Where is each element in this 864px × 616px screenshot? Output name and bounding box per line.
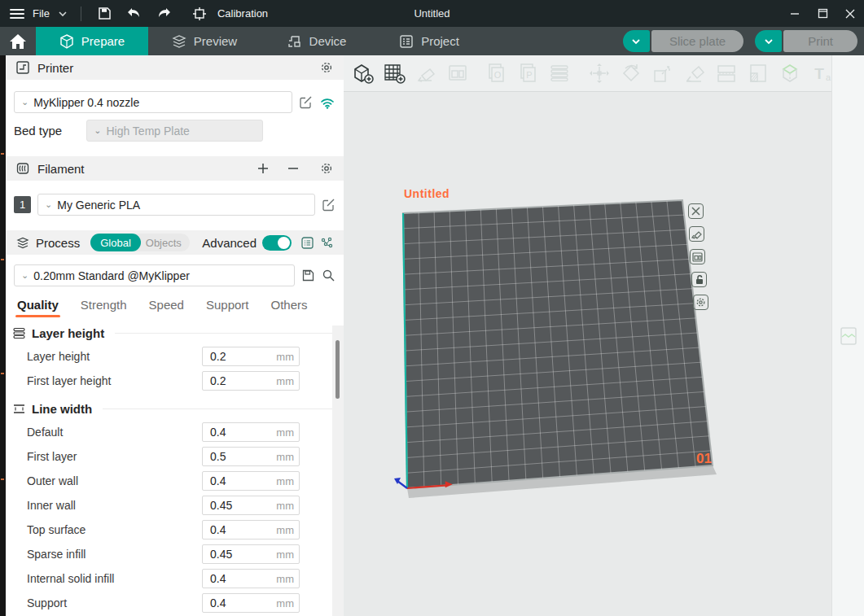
printer-icon <box>15 60 30 75</box>
paste-icon[interactable]: P <box>515 61 540 85</box>
redo-icon[interactable] <box>153 6 175 21</box>
arrange-icon[interactable] <box>445 61 470 85</box>
setting-row: Sparse infill 0.45mm <box>6 542 344 566</box>
chevron-down-icon: ⌄ <box>21 97 29 107</box>
layers-icon[interactable] <box>547 61 572 85</box>
plate-settings-icon[interactable] <box>693 295 708 310</box>
edit-printer-icon[interactable] <box>299 95 313 109</box>
process-section-header: Process Global Objects Advanced <box>6 230 344 255</box>
scope-objects[interactable]: Objects <box>141 237 190 249</box>
tab-project[interactable]: Project <box>373 27 485 55</box>
remove-filament-icon[interactable] <box>287 163 299 174</box>
advanced-toggle[interactable] <box>262 235 292 251</box>
viewport-3d[interactable]: O P Ta Untitled 01 <box>344 55 864 616</box>
save-icon[interactable] <box>94 5 115 22</box>
sparse-infill-line-width-input[interactable]: 0.45mm <box>202 544 300 564</box>
add-object-icon[interactable] <box>350 61 375 85</box>
minimize-button[interactable] <box>781 0 809 27</box>
scrollbar-thumb[interactable] <box>336 340 340 399</box>
layer-height-input[interactable]: 0.2mm <box>202 347 300 366</box>
print-dropdown-icon[interactable] <box>755 30 782 52</box>
menu-icon[interactable] <box>10 9 24 19</box>
slice-plate-button[interactable]: Slice plate <box>623 30 743 52</box>
setting-row: Top surface 0.4mm <box>6 518 344 542</box>
tab-preview[interactable]: Preview <box>148 27 261 55</box>
main-tabbar: Prepare Preview Device Project Slice pla… <box>0 27 864 55</box>
save-preset-icon[interactable] <box>301 269 315 282</box>
outer-wall-line-width-input[interactable]: 0.4mm <box>202 471 300 491</box>
setting-row: First layer height 0.2mm <box>6 369 344 393</box>
printer-preset-select[interactable]: ⌄ MyKlipper 0.4 nozzle <box>14 91 292 113</box>
tab-prepare[interactable]: Prepare <box>36 27 148 55</box>
copy-icon[interactable]: O <box>484 61 508 85</box>
svg-text:P: P <box>526 70 532 80</box>
printer-title: Printer <box>37 61 73 75</box>
first-layer-height-input[interactable]: 0.2mm <box>202 371 300 391</box>
project-icon <box>399 34 414 49</box>
variable-layer-height-icon[interactable] <box>746 61 770 85</box>
svg-text:T: T <box>814 65 824 82</box>
tab-speed[interactable]: Speed <box>149 298 184 317</box>
sidebar-scrollbar[interactable] <box>332 325 344 616</box>
first-layer-line-width-input[interactable]: 0.5mm <box>202 447 300 466</box>
add-plate-icon[interactable] <box>382 61 406 85</box>
chevron-down-icon[interactable] <box>58 11 68 17</box>
scale-tool-icon[interactable] <box>651 61 675 85</box>
inner-wall-line-width-input[interactable]: 0.45mm <box>202 496 300 515</box>
bed-type-select[interactable]: ⌄ High Temp Plate <box>86 120 263 142</box>
viewport-toolbar: O P Ta <box>344 55 864 92</box>
build-plate[interactable] <box>344 55 864 616</box>
support-line-width-input[interactable]: 0.4mm <box>202 593 300 613</box>
filament-preset-select[interactable]: ⌄ My Generic PLA <box>37 194 315 216</box>
search-preset-icon[interactable] <box>322 269 336 282</box>
arrange-plate-icon[interactable] <box>690 249 705 264</box>
default-line-width-input[interactable]: 0.4mm <box>202 422 300 442</box>
printer-settings-icon[interactable] <box>319 60 334 75</box>
calibration-label[interactable]: Calibration <box>217 7 268 20</box>
process-scope-toggle[interactable]: Global Objects <box>90 234 190 251</box>
tab-device[interactable]: Device <box>261 27 373 55</box>
close-button[interactable] <box>836 0 864 27</box>
text-tool-icon[interactable]: Ta <box>809 61 834 85</box>
color-paint-icon[interactable] <box>778 61 802 85</box>
maximize-button[interactable] <box>809 0 836 27</box>
top-surface-line-width-input[interactable]: 0.4mm <box>202 520 300 540</box>
filament-title: Filament <box>37 162 85 176</box>
tab-support[interactable]: Support <box>206 298 249 317</box>
file-menu[interactable]: File <box>33 7 50 20</box>
parameter-list-icon[interactable] <box>300 236 314 250</box>
home-button[interactable] <box>0 27 36 55</box>
compare-presets-icon[interactable] <box>320 236 334 250</box>
calibration-icon[interactable] <box>190 6 209 22</box>
setting-row: Inner wall 0.45mm <box>6 493 344 518</box>
auto-orient-icon[interactable] <box>414 61 438 85</box>
print-button[interactable]: Print <box>755 30 857 52</box>
move-tool-icon[interactable] <box>587 61 612 85</box>
undo-icon[interactable] <box>123 6 145 21</box>
setting-row: Internal solid infill 0.4mm <box>6 566 344 591</box>
internal-solid-infill-line-width-input[interactable]: 0.4mm <box>202 569 300 588</box>
orient-plate-icon[interactable] <box>689 226 704 242</box>
scope-global[interactable]: Global <box>90 234 141 251</box>
edit-filament-icon[interactable] <box>322 198 336 212</box>
setting-row: First layer 0.5mm <box>6 444 344 469</box>
filament-slot-badge[interactable]: 1 <box>14 196 31 213</box>
add-filament-icon[interactable] <box>257 163 269 174</box>
split-icon[interactable] <box>714 61 739 85</box>
preview-icon <box>172 34 186 49</box>
device-icon <box>287 34 302 49</box>
lay-on-face-icon[interactable] <box>682 61 707 85</box>
slice-dropdown-icon[interactable] <box>623 30 650 52</box>
wifi-icon[interactable] <box>319 96 336 109</box>
layer-height-section: Layer height <box>12 326 337 340</box>
lock-plate-icon[interactable] <box>691 272 707 287</box>
tab-strength[interactable]: Strength <box>81 298 127 317</box>
filament-settings-icon[interactable] <box>319 161 334 176</box>
tab-others[interactable]: Others <box>271 298 308 317</box>
process-preset-select[interactable]: ⌄ 0.20mm Standard @MyKlipper <box>14 264 295 286</box>
seam-painting-icon[interactable] <box>838 325 859 347</box>
delete-plate-icon[interactable] <box>688 203 704 219</box>
rotate-tool-icon[interactable] <box>619 61 643 85</box>
filament-section-header: Filament <box>6 156 344 181</box>
tab-quality[interactable]: Quality <box>17 298 59 317</box>
